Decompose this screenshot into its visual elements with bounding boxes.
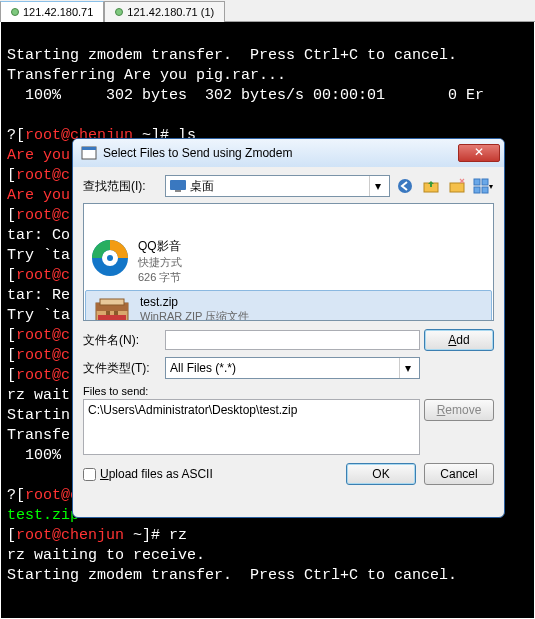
back-icon: [397, 178, 413, 194]
file-type: 快捷方式: [138, 255, 182, 270]
dialog-titlebar[interactable]: Select Files to Send using Zmodem ✕: [73, 139, 504, 167]
svg-rect-9: [474, 187, 480, 193]
svg-rect-6: [450, 183, 464, 192]
upload-ascii-checkbox[interactable]: [83, 468, 96, 481]
upload-ascii-label: Upload files as ASCII: [100, 467, 213, 481]
file-name: test.zip: [140, 295, 249, 309]
new-folder-button[interactable]: [446, 175, 468, 197]
svg-rect-2: [170, 180, 186, 190]
send-list-item[interactable]: C:\Users\Administrator\Desktop\test.zip: [88, 403, 415, 417]
tab-label: 121.42.180.71: [23, 6, 93, 18]
add-button[interactable]: Add: [424, 329, 494, 351]
svg-rect-16: [100, 299, 124, 305]
view-icon: [473, 178, 489, 194]
tab-host-1[interactable]: 121.42.180.71: [0, 1, 104, 22]
new-folder-icon: [449, 178, 465, 194]
up-button[interactable]: [420, 175, 442, 197]
lookin-combo[interactable]: 桌面 ▾: [165, 175, 390, 197]
filename-input[interactable]: [165, 330, 420, 350]
svg-rect-3: [175, 190, 181, 192]
svg-point-4: [398, 179, 412, 193]
files-to-send-label: Files to send:: [83, 385, 494, 397]
media-player-icon: [90, 238, 130, 278]
chevron-down-icon[interactable]: ▾: [399, 358, 415, 378]
lookin-label: 查找范围(I):: [83, 178, 161, 195]
filetype-label: 文件类型(T):: [83, 360, 161, 377]
folder-up-icon: [423, 178, 439, 194]
filetype-value: All Files (*.*): [170, 361, 236, 375]
desktop-icon: [170, 180, 186, 192]
file-name: QQ影音: [138, 238, 182, 255]
ok-button[interactable]: OK: [346, 463, 416, 485]
cancel-button[interactable]: Cancel: [424, 463, 494, 485]
close-button[interactable]: ✕: [458, 144, 500, 162]
list-item[interactable]: test.zip WinRAR ZIP 压缩文件 766 字节: [85, 290, 492, 321]
tab-host-2[interactable]: 121.42.180.71 (1): [104, 1, 225, 22]
file-select-dialog: Select Files to Send using Zmodem ✕ 查找范围…: [72, 138, 505, 518]
tab-bar: 121.42.180.71 121.42.180.71 (1): [0, 0, 535, 22]
status-dot-icon: [115, 8, 123, 16]
svg-rect-10: [482, 187, 488, 193]
filename-label: 文件名(N):: [83, 332, 161, 349]
list-item[interactable]: QQ影音 快捷方式 626 字节: [84, 234, 493, 289]
svg-rect-8: [482, 179, 488, 185]
archive-icon: [92, 295, 132, 321]
view-menu-button[interactable]: ▾: [472, 175, 494, 197]
file-type: WinRAR ZIP 压缩文件: [140, 309, 249, 321]
tab-label: 121.42.180.71 (1): [127, 6, 214, 18]
filetype-combo[interactable]: All Files (*.*) ▾: [165, 357, 420, 379]
svg-rect-1: [82, 147, 96, 150]
lookin-value: 桌面: [190, 178, 214, 195]
remove-button: Remove: [424, 399, 494, 421]
chevron-down-icon[interactable]: ▾: [369, 176, 385, 196]
back-button[interactable]: [394, 175, 416, 197]
status-dot-icon: [11, 8, 19, 16]
svg-point-13: [107, 255, 113, 261]
dialog-title: Select Files to Send using Zmodem: [103, 146, 458, 160]
files-to-send-list[interactable]: C:\Users\Administrator\Desktop\test.zip: [83, 399, 420, 455]
app-icon: [81, 145, 97, 161]
file-list[interactable]: 110 KD QQ影音 快捷方式 626 字节 test.zip WinRAR …: [83, 203, 494, 321]
svg-rect-7: [474, 179, 480, 185]
file-size: 626 字节: [138, 270, 182, 285]
svg-rect-19: [98, 315, 126, 320]
